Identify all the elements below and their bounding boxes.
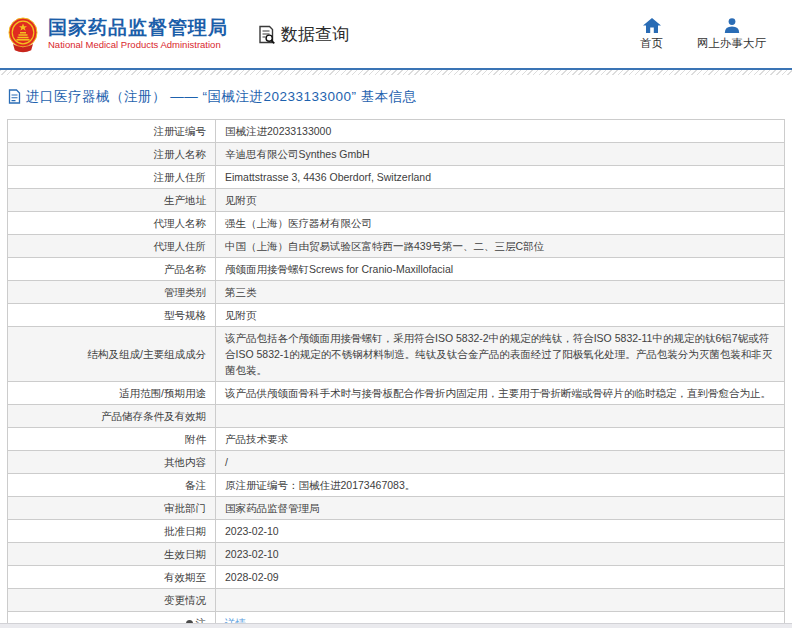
row-label: 备注: [8, 474, 216, 497]
table-row: 生产地址见附页: [8, 189, 785, 212]
row-value: 国械注进20233133000: [216, 120, 785, 143]
row-label: 生效日期: [8, 543, 216, 566]
table-row: 批准日期2023-02-10: [8, 520, 785, 543]
info-table-body: 注册证编号国械注进20233133000注册人名称辛迪思有限公司Synthes …: [8, 120, 785, 628]
site-header: 国家药品监督管理局 National Medical Products Admi…: [0, 0, 792, 68]
table-row: 备注原注册证编号：国械住进20173467083。: [8, 474, 785, 497]
row-value: 2023-02-10: [216, 520, 785, 543]
org-name-en: National Medical Products Administration: [48, 39, 228, 51]
row-value: 2023-02-10: [216, 543, 785, 566]
row-value: 第三类: [216, 281, 785, 304]
page-title: 进口医疗器械（注册） —— “国械注进20233133000” 基本信息: [26, 88, 417, 106]
table-row: 附件产品技术要求: [8, 428, 785, 451]
row-value: 该产品供颅颌面骨科手术时与接骨板配合作骨折内固定用，主要用于骨折断端或骨碎片的临…: [216, 382, 785, 405]
row-label: 代理人住所: [8, 235, 216, 258]
table-row: 适用范围/预期用途该产品供颅颌面骨科手术时与接骨板配合作骨折内固定用，主要用于骨…: [8, 382, 785, 405]
table-row: 注册人住所Eimattstrasse 3, 4436 Oberdorf, Swi…: [8, 166, 785, 189]
national-emblem-logo: [8, 17, 38, 54]
doc-search-icon: [256, 24, 277, 45]
nav-label-home: 首页: [640, 36, 663, 51]
org-name-cn: 国家药品监督管理局: [48, 17, 228, 39]
row-value: 原注册证编号：国械住进20173467083。: [216, 474, 785, 497]
row-label: 结构及组成/主要组成成分: [8, 327, 216, 382]
row-label: 其他内容: [8, 451, 216, 474]
row-label: 代理人名称: [8, 212, 216, 235]
row-value: 2028-02-09: [216, 566, 785, 589]
row-value: 颅颌面用接骨螺钉Screws for Cranio-Maxillofacial: [216, 258, 785, 281]
row-label: 附件: [8, 428, 216, 451]
table-row: 管理类别第三类: [8, 281, 785, 304]
row-value: 该产品包括各个颅颌面用接骨螺钉，采用符合ISO 5832-2中的规定的纯钛，符合…: [216, 327, 785, 382]
row-value: Eimattstrasse 3, 4436 Oberdorf, Switzerl…: [216, 166, 785, 189]
row-label: 型号规格: [8, 304, 216, 327]
row-label: 注册人名称: [8, 143, 216, 166]
row-label: 批准日期: [8, 520, 216, 543]
footer-bar: [0, 623, 792, 628]
data-query-button[interactable]: 数据查询: [256, 23, 349, 46]
table-row: 结构及组成/主要组成成分该产品包括各个颅颌面用接骨螺钉，采用符合ISO 5832…: [8, 327, 785, 382]
nav-label-online-hall: 网上办事大厅: [697, 36, 766, 51]
top-nav: 首页 网上办事大厅: [640, 18, 766, 51]
org-title-block: 国家药品监督管理局 National Medical Products Admi…: [48, 17, 228, 51]
row-value: [216, 405, 785, 428]
nav-item-home[interactable]: 首页: [640, 18, 663, 51]
row-value: 见附页: [216, 189, 785, 212]
table-row: 注册人名称辛迪思有限公司Synthes GmbH: [8, 143, 785, 166]
row-label: 生产地址: [8, 189, 216, 212]
home-icon: [643, 18, 661, 33]
table-row: 注册证编号国械注进20233133000: [8, 120, 785, 143]
row-label: 产品名称: [8, 258, 216, 281]
row-value: /: [216, 451, 785, 474]
data-query-label: 数据查询: [281, 23, 349, 46]
person-icon: [724, 18, 740, 33]
row-label: 审批部门: [8, 497, 216, 520]
row-value: 强生（上海）医疗器材有限公司: [216, 212, 785, 235]
nav-item-online-hall[interactable]: 网上办事大厅: [697, 18, 766, 51]
table-row: 产品储存条件及有效期: [8, 405, 785, 428]
row-value: 产品技术要求: [216, 428, 785, 451]
table-row: 代理人住所中国（上海）自由贸易试验区富特西一路439号第一、二、三层C部位: [8, 235, 785, 258]
row-value: 辛迪思有限公司Synthes GmbH: [216, 143, 785, 166]
table-row: 生效日期2023-02-10: [8, 543, 785, 566]
row-label: 注册人住所: [8, 166, 216, 189]
row-label: 注册证编号: [8, 120, 216, 143]
info-table-wrap: 注册证编号国械注进20233133000注册人名称辛迪思有限公司Synthes …: [0, 118, 792, 628]
row-label: 有效期至: [8, 566, 216, 589]
row-label: 适用范围/预期用途: [8, 382, 216, 405]
row-value: 中国（上海）自由贸易试验区富特西一路439号第一、二、三层C部位: [216, 235, 785, 258]
table-row: 代理人名称强生（上海）医疗器材有限公司: [8, 212, 785, 235]
registration-info-table: 注册证编号国械注进20233133000注册人名称辛迪思有限公司Synthes …: [7, 119, 785, 628]
table-row: 产品名称颅颌面用接骨螺钉Screws for Cranio-Maxillofac…: [8, 258, 785, 281]
header-divider: [0, 68, 792, 75]
table-row: 审批部门国家药品监督管理局: [8, 497, 785, 520]
breadcrumb: 进口医疗器械（注册） —— “国械注进20233133000” 基本信息: [0, 75, 792, 118]
table-row: 有效期至2028-02-09: [8, 566, 785, 589]
table-row: 变更情况: [8, 589, 785, 612]
row-value: 见附页: [216, 304, 785, 327]
table-row: 其他内容/: [8, 451, 785, 474]
row-label: 变更情况: [8, 589, 216, 612]
row-value: [216, 589, 785, 612]
row-label: 管理类别: [8, 281, 216, 304]
table-row: 型号规格见附页: [8, 304, 785, 327]
row-label: 产品储存条件及有效期: [8, 405, 216, 428]
row-value: 国家药品监督管理局: [216, 497, 785, 520]
document-icon: [8, 89, 21, 104]
